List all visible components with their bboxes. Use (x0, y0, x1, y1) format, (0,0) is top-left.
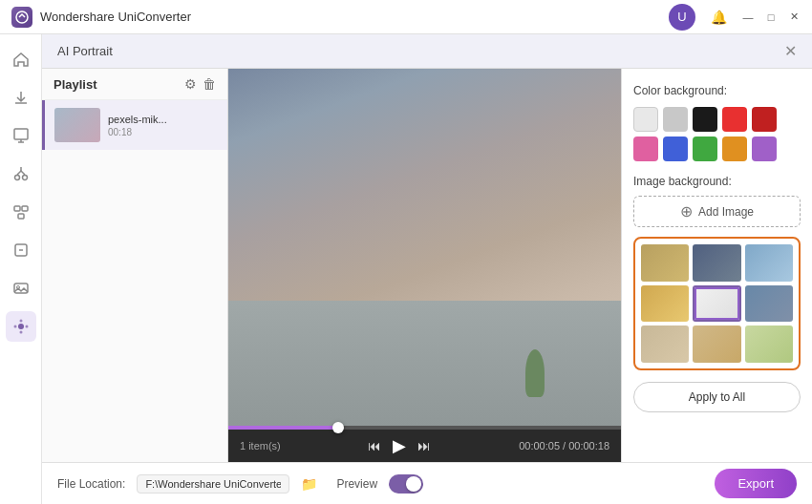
settings-panel: Color background: Image background: (621, 69, 812, 462)
color-swatch-green[interactable] (693, 136, 717, 161)
color-swatch-dark-red[interactable] (752, 107, 777, 132)
prev-button[interactable]: ⏮ (364, 436, 385, 455)
image-thumb-6[interactable] (745, 285, 793, 323)
progress-fill (228, 426, 338, 430)
sidebar-icon-download[interactable] (6, 82, 36, 113)
title-bar: Wondershare UniConverter U 🔔 — □ ✕ (0, 0, 812, 34)
video-placeholder (228, 69, 621, 426)
app-title: Wondershare UniConverter (40, 10, 191, 24)
apply-to-all-button[interactable]: Apply to All (633, 382, 801, 412)
svg-point-18 (25, 326, 28, 328)
playlist-filename: pexels-mik... (108, 114, 218, 125)
avatar-icon[interactable]: U (669, 4, 695, 31)
sidebar-icon-compress[interactable] (6, 235, 36, 265)
playlist-icons: ⚙ 🗑 (184, 76, 216, 92)
sidebar-icon-watermark[interactable] (6, 273, 36, 304)
file-location-label: File Location: (57, 477, 125, 491)
minimize-button[interactable]: — (741, 10, 755, 24)
image-bg-label: Image background: (633, 175, 801, 188)
maximize-button[interactable]: □ (764, 10, 778, 24)
playlist-item[interactable]: pexels-mik... 00:18 (42, 100, 227, 150)
notification-icon[interactable]: 🔔 (705, 4, 732, 31)
next-button[interactable]: ⏭ (414, 436, 435, 455)
playlist-settings-icon[interactable]: ⚙ (184, 76, 197, 92)
image-grid (641, 244, 793, 363)
dialog-panel: AI Portrait ✕ Playlist ⚙ 🗑 (42, 34, 812, 504)
playback-controls: ⏮ ▶ ⏭ (364, 435, 435, 456)
dialog-body: Playlist ⚙ 🗑 pexels-mik... 00:18 (42, 69, 812, 462)
color-swatch-red[interactable] (722, 107, 747, 132)
color-swatch-light-gray[interactable] (663, 107, 688, 132)
video-preview: 1 item(s) ⏮ ▶ ⏭ 00:00:05 / 00:00:18 (228, 69, 621, 462)
dialog-close-button[interactable]: ✕ (784, 42, 797, 60)
color-swatch-white[interactable] (633, 107, 658, 132)
image-thumb-3[interactable] (745, 244, 793, 282)
sidebar-icon-cut[interactable] (6, 158, 36, 189)
image-thumb-2[interactable] (693, 244, 740, 282)
color-bg-label: Color background: (633, 84, 801, 97)
item-count: 1 item(s) (240, 440, 281, 452)
time-display: 00:00:05 / 00:00:18 (519, 440, 609, 452)
app-logo (11, 7, 32, 28)
image-thumb-7[interactable] (641, 326, 689, 363)
svg-point-14 (18, 324, 24, 329)
image-thumb-4[interactable] (641, 285, 689, 323)
svg-point-5 (14, 176, 19, 180)
playlist-info: pexels-mik... 00:18 (108, 114, 218, 137)
color-swatch-blue[interactable] (663, 136, 688, 161)
file-path-input[interactable] (137, 474, 289, 494)
image-thumb-8[interactable] (693, 326, 740, 363)
title-bar-left: Wondershare UniConverter (11, 7, 191, 28)
color-swatch-purple[interactable] (752, 136, 777, 161)
sidebar-icon-home[interactable] (6, 44, 36, 74)
color-swatch-black[interactable] (693, 107, 717, 132)
playlist-delete-icon[interactable]: 🗑 (203, 76, 216, 92)
svg-point-15 (19, 320, 22, 323)
svg-rect-9 (18, 214, 24, 219)
play-button[interactable]: ▶ (389, 435, 410, 456)
bottom-bar: File Location: 📁 Preview Export (42, 462, 812, 504)
export-button[interactable]: Export (715, 469, 797, 498)
folder-icon[interactable]: 📁 (301, 476, 317, 492)
video-frame (228, 69, 621, 426)
playlist-duration: 00:18 (108, 127, 218, 137)
dialog-header: AI Portrait ✕ (42, 34, 812, 69)
video-controls: 1 item(s) ⏮ ▶ ⏭ 00:00:05 / 00:00:18 (228, 430, 621, 462)
close-window-button[interactable]: ✕ (787, 10, 801, 24)
progress-handle[interactable] (332, 422, 344, 433)
image-thumb-9[interactable] (745, 326, 793, 363)
color-swatch-pink[interactable] (633, 136, 658, 161)
svg-rect-7 (14, 206, 20, 211)
main-layout: AI Portrait ✕ Playlist ⚙ 🗑 (0, 34, 812, 504)
svg-point-16 (19, 331, 22, 334)
preview-label: Preview (336, 477, 377, 491)
color-swatch-orange[interactable] (722, 136, 747, 161)
svg-rect-8 (22, 206, 28, 211)
add-image-button[interactable]: ⊕ Add Image (633, 196, 801, 227)
progress-bar[interactable] (228, 426, 621, 430)
playlist-thumbnail (54, 108, 100, 142)
image-grid-wrap (633, 237, 801, 370)
playlist-title: Playlist (53, 77, 97, 92)
svg-rect-2 (14, 129, 28, 139)
title-bar-right: U 🔔 — □ ✕ (669, 4, 801, 31)
svg-point-0 (16, 11, 28, 23)
dialog-title: AI Portrait (57, 44, 113, 58)
color-grid (633, 107, 801, 161)
playlist-panel: Playlist ⚙ 🗑 pexels-mik... 00:18 (42, 69, 228, 462)
add-image-label: Add Image (698, 205, 754, 219)
playlist-thumb-image (54, 108, 100, 142)
svg-point-17 (13, 326, 16, 328)
sidebar-icon-ai[interactable] (6, 311, 36, 342)
sidebar-icon-upload[interactable] (6, 120, 36, 151)
image-thumb-1[interactable] (641, 244, 689, 282)
svg-point-6 (22, 176, 27, 180)
sidebar-icon-merge[interactable] (6, 197, 36, 227)
preview-toggle[interactable] (389, 474, 423, 494)
add-icon: ⊕ (680, 202, 693, 220)
image-thumb-5[interactable] (693, 285, 740, 323)
playlist-header: Playlist ⚙ 🗑 (42, 69, 227, 100)
content-area: AI Portrait ✕ Playlist ⚙ 🗑 (42, 34, 812, 504)
sidebar (0, 34, 42, 504)
toggle-knob (406, 476, 421, 492)
